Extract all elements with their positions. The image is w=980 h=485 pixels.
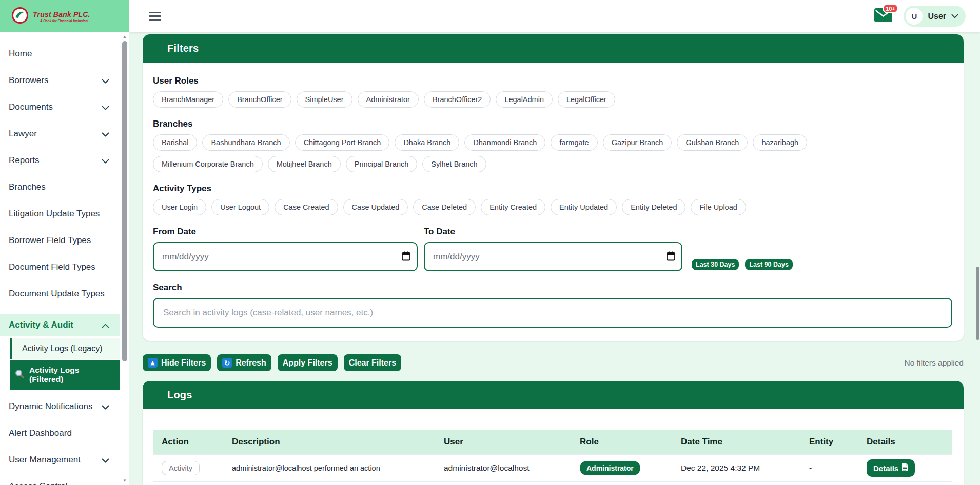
activity-type-chip[interactable]: User Logout — [211, 199, 269, 215]
from-date-input[interactable] — [153, 242, 418, 271]
page-scrollbar-thumb[interactable] — [976, 267, 979, 340]
sidebar-item-alert-dashboard[interactable]: Alert Dashboard — [0, 427, 120, 440]
branch-chip[interactable]: Gulshan Branch — [677, 134, 748, 151]
branch-chip[interactable]: Barishal — [153, 134, 197, 151]
chevron-down-icon — [102, 159, 109, 164]
last-30-days-button[interactable]: Last 30 Days — [692, 259, 739, 270]
calendar-icon[interactable] — [667, 251, 675, 263]
last-90-days-button[interactable]: Last 90 Days — [745, 259, 792, 270]
sidebar-item-label: User Management — [9, 455, 81, 465]
activity-types-chips: User Login User Logout Case Created Case… — [153, 199, 953, 215]
clear-filters-label: Clear Filters — [349, 358, 396, 368]
hamburger-menu-icon[interactable] — [149, 12, 161, 21]
branch-chip[interactable]: Bashundhara Branch — [202, 134, 289, 151]
column-header-user: User — [435, 430, 571, 455]
logs-table-header-row: Action Description User Role Date Time E… — [153, 430, 952, 455]
branch-chip[interactable]: Sylhet Branch — [422, 156, 486, 172]
chevron-up-icon — [102, 324, 109, 328]
sidebar-item-documents[interactable]: Documents — [0, 100, 120, 114]
sidebar-subitem-activity-logs-filtered[interactable]: Activity Logs (Filtered) — [10, 360, 120, 390]
filters-toolbar: ▲ Hide Filters ↻ Refresh Apply Filters C… — [143, 354, 964, 371]
sidebar-item-borrowers[interactable]: Borrowers — [0, 74, 120, 87]
user-menu[interactable]: U User — [904, 6, 966, 27]
branches-chips: Barishal Bashundhara Branch Chittagong P… — [153, 134, 871, 172]
role-chip[interactable]: BranchOfficer2 — [424, 91, 491, 108]
sidebar-item-user-management[interactable]: User Management — [0, 453, 120, 467]
details-label: Details — [873, 464, 898, 473]
sidebar-item-label: Litigation Update Types — [9, 209, 100, 219]
sidebar-item-access-control[interactable]: Access Control — [0, 480, 120, 485]
details-button[interactable]: Details — [867, 459, 915, 477]
sidebar-subitem-activity-logs-legacy[interactable]: Activity Logs (Legacy) — [10, 338, 120, 359]
brand-name: Trust Bank PLC. — [33, 10, 90, 18]
role-chip[interactable]: SimpleUser — [297, 91, 352, 108]
sidebar-item-activity-audit[interactable]: Activity & Audit — [0, 314, 120, 336]
branch-chip[interactable]: Motijheel Branch — [268, 156, 341, 172]
activity-type-chip[interactable]: Entity Created — [481, 199, 545, 215]
column-header-role: Role — [571, 430, 672, 455]
sidebar-item-lawyer[interactable]: Lawyer — [0, 127, 120, 140]
calendar-icon[interactable] — [402, 251, 410, 263]
sidebar-scrollbar-thumb[interactable] — [122, 41, 127, 361]
chevron-down-icon — [951, 14, 958, 18]
activity-type-chip[interactable]: Case Deleted — [413, 199, 476, 215]
notifications-button[interactable]: 10+ — [874, 8, 892, 24]
branch-chip[interactable]: Chittagong Port Branch — [295, 134, 390, 151]
sidebar-item-dynamic-notifications[interactable]: Dynamic Notifications — [0, 400, 120, 413]
activity-type-chip[interactable]: File Upload — [691, 199, 746, 215]
sidebar-item-label: Alert Dashboard — [9, 428, 72, 438]
branch-chip[interactable]: Dhaka Branch — [395, 134, 459, 151]
clear-filters-button[interactable]: Clear Filters — [344, 354, 401, 371]
chevron-down-icon — [102, 106, 109, 110]
sidebar-item-borrower-field-types[interactable]: Borrower Field Types — [0, 234, 120, 247]
user-name: User — [928, 12, 946, 21]
activity-type-chip[interactable]: Case Created — [275, 199, 338, 215]
sidebar-item-label: Access Control — [9, 481, 67, 485]
branch-chip[interactable]: hazaribagh — [753, 134, 807, 151]
branch-chip[interactable]: Dhanmondi Branch — [464, 134, 545, 151]
sidebar-logo[interactable]: Trust Bank PLC. A Bank for Financial Inc… — [0, 0, 129, 32]
apply-filters-button[interactable]: Apply Filters — [278, 354, 338, 371]
branch-chip[interactable]: Gazipur Branch — [603, 134, 672, 151]
chevron-down-icon — [102, 405, 109, 410]
topbar: 10+ U User — [129, 0, 980, 32]
role-chip[interactable]: BranchManager — [153, 91, 223, 108]
envelope-icon — [874, 15, 892, 24]
role-chip[interactable]: LegalAdmin — [496, 91, 553, 108]
column-header-datetime: Date Time — [672, 430, 800, 455]
refresh-button[interactable]: ↻ Refresh — [217, 354, 271, 371]
sidebar-item-document-field-types[interactable]: Document Field Types — [0, 260, 120, 274]
bank-logo-icon — [11, 7, 29, 26]
scrollbar-up-arrow[interactable]: ▲ — [122, 34, 127, 39]
activity-type-chip[interactable]: User Login — [153, 199, 206, 215]
role-chip[interactable]: LegalOfficer — [558, 91, 615, 108]
activity-types-label: Activity Types — [153, 184, 953, 194]
search-input[interactable] — [153, 298, 952, 328]
sidebar-item-label: Borrower Field Types — [9, 235, 91, 246]
activity-type-chip[interactable]: Entity Updated — [551, 199, 617, 215]
filters-header: Filters — [143, 34, 964, 63]
logs-header: Logs — [143, 381, 964, 409]
branch-chip[interactable]: Millenium Corporate Branch — [153, 156, 263, 172]
table-row: Activity administrator@localhost perform… — [153, 482, 952, 485]
to-date-input[interactable] — [424, 242, 682, 271]
role-chip[interactable]: BranchOfficer — [228, 91, 291, 108]
sidebar-item-reports[interactable]: Reports — [0, 154, 120, 167]
hide-filters-button[interactable]: ▲ Hide Filters — [143, 354, 211, 371]
sidebar-item-document-update-types[interactable]: Document Update Types — [0, 287, 120, 300]
activity-type-chip[interactable]: Entity Deleted — [622, 199, 685, 215]
role-badge: Administrator — [580, 461, 640, 475]
apply-filters-label: Apply Filters — [283, 358, 332, 368]
sidebar-item-home[interactable]: Home — [0, 47, 120, 60]
branch-chip[interactable]: Principal Branch — [346, 156, 418, 172]
sidebar-item-branches[interactable]: Branches — [0, 180, 120, 194]
role-chip[interactable]: Administrator — [358, 91, 419, 108]
search-label: Search — [153, 282, 953, 293]
column-header-description: Description — [223, 430, 435, 455]
sidebar-item-litigation-update-types[interactable]: Litigation Update Types — [0, 207, 120, 220]
scrollbar-down-arrow[interactable]: ▼ — [122, 478, 127, 483]
branch-chip[interactable]: farmgate — [551, 134, 597, 151]
sidebar-scrollbar[interactable]: ▲ ▼ — [122, 32, 128, 485]
filter-status-text: No filters applied — [905, 358, 964, 368]
activity-type-chip[interactable]: Case Updated — [343, 199, 408, 215]
